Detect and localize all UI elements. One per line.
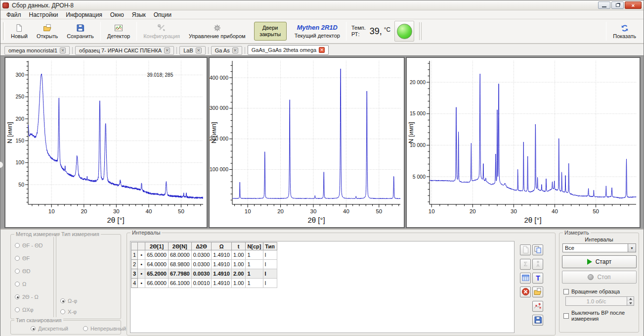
menu-item-1[interactable]: Файл	[2, 10, 25, 19]
turn-off-checkbox[interactable]: Выключить ВР после измерения	[563, 310, 639, 322]
paste-button[interactable]	[532, 287, 543, 297]
restore-button[interactable]	[611, 1, 624, 9]
tab-close-icon[interactable]: ✕	[60, 48, 66, 53]
menu-item-4[interactable]: Окно	[106, 10, 128, 19]
tab-3[interactable]: LaB✕	[179, 46, 206, 55]
intervals-table[interactable]: 2Θ[1]2Θ[N]Δ2ΘΩtN[ср]Тип1•65.000068.00000…	[131, 242, 277, 288]
menu-item-3[interactable]: Информация	[62, 10, 106, 19]
radio-label: ΩХφ	[22, 307, 34, 313]
scatter-button[interactable]	[532, 301, 543, 312]
table-cell[interactable]: 68.9800	[168, 260, 191, 269]
table-button[interactable]	[520, 273, 531, 284]
table-cell[interactable]: 65.2000	[145, 269, 169, 279]
close-button[interactable]: ×	[625, 1, 642, 9]
column-header[interactable]: Δ2Θ	[191, 242, 212, 250]
table-cell[interactable]: I	[263, 269, 277, 279]
table-cell[interactable]: I	[263, 260, 277, 269]
svg-text:50: 50	[376, 208, 382, 214]
table-cell[interactable]: 66.0000	[145, 279, 169, 288]
table-row[interactable]: 3•65.200067.79800.00301.49102.001I	[131, 269, 277, 279]
column-header[interactable]: N[ср]	[246, 242, 263, 250]
doors-closed-button[interactable]: Двери закрыты	[254, 22, 287, 41]
table-cell[interactable]: 1	[246, 269, 263, 279]
spinner-buttons[interactable]	[627, 297, 634, 305]
table-cell[interactable]: 1.4910	[212, 260, 232, 269]
method-option-4[interactable]: Ω	[15, 281, 53, 287]
intervals-select[interactable]: Все ▼	[562, 243, 636, 252]
detector-chart-button[interactable]: Детектор	[103, 20, 134, 42]
rotate-sample-checkbox[interactable]: Вращение образца	[563, 288, 620, 294]
method-option-2[interactable]: ΘF	[15, 255, 53, 261]
column-header[interactable]: Тип	[263, 242, 277, 250]
tab-5[interactable]: GaAs_GaAs 2theta omega✕	[248, 45, 329, 55]
table-row[interactable]: 1•65.000068.00000.03001.49101.001I	[131, 250, 277, 260]
table-cell[interactable]: 0.0300	[191, 250, 212, 260]
column-header[interactable]: 2Θ[N]	[168, 242, 191, 250]
table-cell[interactable]: 1.00	[231, 250, 245, 260]
method-option-6[interactable]: ΩХφ	[15, 307, 53, 313]
table-cell[interactable]: 1.00	[231, 260, 245, 269]
table-cell[interactable]: 65.0000	[145, 250, 169, 260]
delete-interval-button[interactable]	[520, 287, 531, 297]
table-cell[interactable]: 1.4910	[212, 250, 232, 260]
gear-button[interactable]: Управление прибором	[184, 20, 250, 42]
tab-close-icon[interactable]: ✕	[232, 48, 238, 53]
table-cell[interactable]: 1.4910	[212, 279, 232, 288]
copy-interval-button[interactable]	[532, 244, 543, 255]
tab-close-icon[interactable]: ✕	[196, 48, 202, 53]
tab-1[interactable]: omega monocristal1✕	[4, 46, 70, 55]
column-header[interactable]: Ω	[212, 242, 232, 250]
toolbar-drag-handle[interactable]	[3, 22, 5, 40]
table-cell[interactable]: 2.00	[231, 269, 245, 279]
rotation-speed-input[interactable]: 1.0 об/с	[565, 296, 634, 306]
table-cell[interactable]: 1.00	[231, 279, 245, 288]
type-option-2[interactable]: Х-φ	[60, 309, 77, 315]
new-file-button[interactable]: Новый	[6, 20, 32, 42]
tab-2[interactable]: образец 7- ИРАН САКС ПЛЕНКА✕	[75, 46, 174, 55]
method-option-1[interactable]: ΘF - ΘD	[15, 242, 53, 248]
table-cell[interactable]: I	[263, 250, 277, 260]
table-row[interactable]: 4•66.000066.10000.00101.49101.001I	[131, 279, 277, 288]
start-button[interactable]: Старт	[562, 255, 637, 268]
scan-option-1[interactable]: Дискретный	[31, 326, 68, 332]
table-cell[interactable]: 64.0000	[145, 260, 169, 269]
svg-text:150: 150	[15, 138, 24, 144]
table-cell[interactable]: 0.0010	[191, 279, 212, 288]
table-cell[interactable]: 68.0000	[168, 250, 191, 260]
menu-item-5[interactable]: Язык	[128, 10, 150, 19]
table-cell[interactable]: 1	[246, 250, 263, 260]
table-cell[interactable]: I	[263, 279, 277, 288]
table-cell[interactable]: 1	[246, 260, 263, 269]
status-led-button[interactable]	[394, 21, 414, 42]
menu-item-6[interactable]: Опции	[150, 10, 175, 19]
chart-3-plot[interactable]: 5 00010 00015 00020 00010203040502θ [°]N…	[407, 58, 640, 227]
chart-2-plot[interactable]: 100 000200 000300 000400 00010203040502θ…	[210, 58, 404, 227]
table-cell[interactable]: 66.1000	[168, 279, 191, 288]
table-cell[interactable]: 67.7980	[168, 269, 191, 279]
table-row[interactable]: 2•64.000068.98000.03001.49101.001I	[131, 260, 277, 269]
toolbar-button-label: Детектор	[107, 33, 130, 39]
chevron-down-icon[interactable]: ▼	[628, 244, 636, 252]
column-header[interactable]: t	[231, 242, 245, 250]
method-option-3[interactable]: ΘD	[15, 268, 53, 274]
table-cell[interactable]: 1.4910	[212, 269, 232, 279]
type-option-1[interactable]: Ω-φ	[60, 298, 77, 304]
column-header[interactable]: 2Θ[1]	[145, 242, 169, 250]
scan-option-2[interactable]: Непрерывный	[83, 326, 126, 332]
table-cell[interactable]: 0.0030	[191, 269, 212, 279]
show-button[interactable]: Показать	[608, 20, 641, 42]
chart-1-plot[interactable]: 5010015020025030010203040502θ [°]N [имп]…	[5, 58, 207, 227]
tab-close-icon[interactable]: ✕	[164, 48, 170, 53]
stop-icon	[588, 274, 594, 280]
menu-item-2[interactable]: Настройки	[25, 10, 62, 19]
tab-4[interactable]: Ga As✕	[211, 46, 242, 55]
save-table-button[interactable]	[532, 315, 543, 326]
open-folder-button[interactable]: Открыть	[32, 20, 62, 42]
minimize-button[interactable]	[598, 1, 610, 9]
tab-close-icon[interactable]: ✕	[319, 47, 325, 53]
text-button[interactable]: T	[532, 273, 543, 284]
save-button[interactable]: Сохранить	[62, 20, 98, 42]
table-cell[interactable]: 1	[246, 279, 263, 288]
table-cell[interactable]: 0.0300	[191, 260, 212, 269]
method-option-5[interactable]: 2Θ - Ω	[15, 294, 53, 300]
